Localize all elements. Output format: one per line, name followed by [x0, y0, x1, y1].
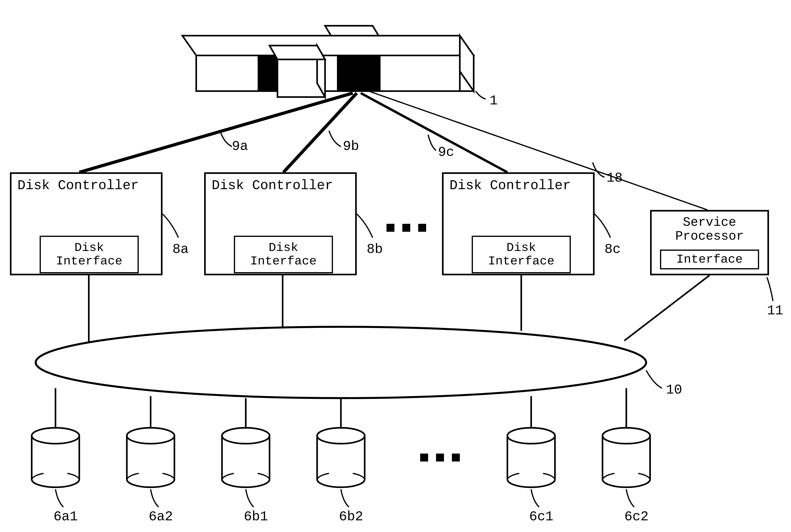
disk-interface-8a: DiskInterface: [40, 236, 139, 273]
interface-label: DiskInterface: [488, 241, 555, 268]
link-9b: [283, 93, 357, 172]
sp-title: ServiceProcessor: [675, 215, 744, 243]
disk-interface-8b: DiskInterface: [234, 236, 333, 273]
svg-rect-15: [337, 56, 381, 90]
ref-6a2: 6a2: [149, 509, 173, 524]
controller-title: Disk Controller: [447, 178, 589, 193]
sp-interface: Interface: [660, 250, 759, 269]
link-9a: [79, 93, 353, 172]
ref-6a1: 6a1: [54, 509, 78, 524]
ref-9b: 9b: [343, 139, 359, 154]
svg-rect-2: [196, 55, 474, 91]
svg-point-34: [222, 428, 270, 444]
svg-point-30: [32, 428, 79, 444]
svg-point-32: [127, 428, 174, 444]
ref-18: 18: [606, 170, 623, 186]
svg-point-38: [508, 428, 555, 444]
ref-8a: 8a: [172, 242, 189, 257]
svg-line-22: [624, 275, 710, 341]
ref-11: 11: [767, 303, 783, 318]
ellipsis-disks: [420, 454, 460, 461]
sp-interface-label: Interface: [677, 253, 743, 266]
disk-6b1: [222, 428, 270, 487]
svg-marker-0: [325, 26, 379, 36]
svg-marker-1: [182, 36, 474, 55]
controller-title: Disk Controller: [210, 178, 351, 193]
svg-point-40: [603, 428, 650, 444]
interface-label: DiskInterface: [250, 241, 317, 268]
disk-interface-8c: DiskInterface: [472, 236, 571, 273]
ref-6b1: 6b1: [244, 509, 268, 524]
disk-6a2: [127, 428, 174, 487]
ref-9c: 9c: [438, 145, 454, 160]
bus-ellipse: [36, 327, 646, 398]
ref-10: 10: [666, 382, 682, 398]
ref-8c: 8c: [605, 242, 621, 257]
svg-marker-18: [270, 45, 325, 59]
disk-6c2: [603, 428, 650, 487]
ref-host: 1: [490, 93, 498, 108]
ellipsis-controllers: [386, 224, 426, 232]
ref-6c1: 6c1: [529, 509, 553, 524]
ref-6b2: 6b2: [339, 509, 363, 524]
ref-8b: 8b: [367, 242, 383, 257]
ref-9a: 9a: [232, 139, 248, 154]
disk-6c1: [508, 428, 555, 487]
system-architecture-diagram: Disk Controller DiskInterface Disk Contr…: [0, 0, 791, 532]
disk-6b2: [317, 428, 365, 487]
disk-6a1: [32, 428, 79, 487]
host-device: [182, 26, 474, 97]
ref-6c2: 6c2: [624, 509, 648, 524]
link-9c: [361, 93, 508, 172]
interface-label: DiskInterface: [56, 241, 123, 268]
controller-title: Disk Controller: [16, 178, 157, 193]
svg-point-36: [317, 428, 365, 444]
